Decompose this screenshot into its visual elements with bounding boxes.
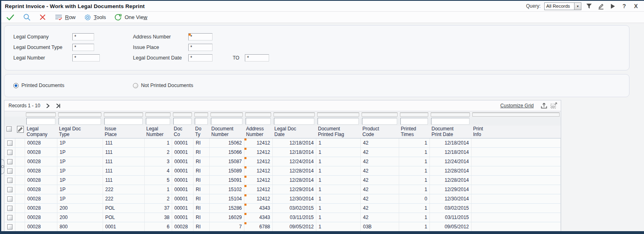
cell-address-number: 6788 [244,222,272,232]
column-sizer-row [4,111,561,117]
table-row[interactable]: 000281P111200001RI150661241212/18/201414… [4,148,561,157]
radio-label: Printed Documents [21,83,64,88]
column-header-legal-doc-type[interactable]: Legal DocType [57,126,103,138]
qbe-filter-address-number[interactable] [246,118,271,125]
qbe-filter-printed-times[interactable] [400,118,428,125]
column-header-doc-co[interactable]: DocCo [172,126,193,138]
column-header-legal-number[interactable]: LegalNumber [144,126,172,138]
edit-query-icon[interactable] [597,2,605,10]
row-label-header [15,126,25,138]
row-select-checkbox[interactable] [7,178,13,183]
qbe-filter-legal-company[interactable] [26,118,55,125]
cell-doc-co: 00001 [172,176,193,185]
one-view-button[interactable]: One View [114,14,147,21]
next-page-button[interactable] [45,103,51,108]
filter-icon[interactable] [585,2,593,10]
column-header-print-info[interactable]: PrintInfo [471,126,561,138]
row-select-checkbox[interactable] [7,224,13,230]
find-button[interactable] [23,13,31,21]
export-grid-button[interactable] [541,102,547,109]
page-title: Reprint Invoice - Work with Legal Docume… [5,3,145,9]
side-panel-handle[interactable] [1,159,4,174]
table-row[interactable]: 000281P111500001RI150911241212/28/201414… [4,176,561,185]
row-select-checkbox[interactable] [7,196,13,202]
column-header-label: Address [246,126,264,132]
close-button[interactable] [39,14,46,21]
table-row[interactable]: 00028200POL3700001RI15286434303/02/20151… [4,204,561,213]
column-header-legal-company[interactable]: LegalCompany [25,126,57,138]
field-input-legal-document-type[interactable] [72,44,94,51]
radio-input-printed[interactable] [13,83,19,88]
qbe-filter-do-ty[interactable] [195,118,208,125]
field-input-legal-company[interactable] [72,33,94,40]
radio-input-not-printed[interactable] [133,83,138,88]
column-header-document-printed-flag[interactable]: DocumentPrinted Flag [316,126,360,138]
cell-product-code: 42 [360,138,399,148]
select-all-checkbox[interactable] [6,126,12,132]
column-header-address-number[interactable]: AddressNumber [244,126,272,138]
run-query-icon[interactable] [608,2,617,10]
qbe-filter-doc-co[interactable] [173,118,192,125]
cell-print-info [471,194,561,204]
expand-grid-button[interactable] [550,102,558,109]
dropdown-arrow-icon[interactable]: ▼ [574,3,581,10]
column-header-legal-doc-date[interactable]: Legal DocDate [272,126,316,138]
cell-legal-number: 37 [144,204,172,213]
column-header-issue-place[interactable]: IssuePlace [103,126,144,138]
row-menu-button[interactable]: Row [55,14,76,21]
row-select-checkbox[interactable] [7,140,13,146]
field-label-legal-document-type: Legal Document Type [13,45,72,50]
column-header-label: Print Date [431,132,453,137]
cell-document-number: 15062 [209,138,244,148]
table-row[interactable]: 00028200POL3800001RI16029434303/11/20151… [4,213,561,222]
qbe-filter-document-printed-flag[interactable] [318,118,359,125]
qbe-filter-legal-doc-date[interactable] [274,118,314,125]
row-select-checkbox[interactable] [7,150,13,155]
help-icon[interactable]: ? [620,2,628,10]
select-button[interactable] [6,14,15,21]
query-label: Query: [526,3,541,9]
field-input-legal-number[interactable] [72,54,100,62]
qbe-filter-issue-place[interactable] [104,118,143,125]
close-icon [39,14,46,21]
row-select-checkbox[interactable] [7,187,13,192]
qbe-filter-document-print-date[interactable] [431,118,469,125]
qbe-filter-legal-doc-type[interactable] [59,118,101,125]
cell-address-number: 12412 [244,166,272,176]
table-row[interactable]: 000281P222200001RI151041241212/30/201414… [4,194,561,204]
qbe-cell [209,117,244,126]
row-icon-cell [15,176,25,185]
cell-issue-place: 222 [103,194,144,204]
last-page-button[interactable] [55,103,61,108]
table-row[interactable]: 000281P111400001RI150891241212/28/201414… [4,166,561,176]
column-header-do-ty[interactable]: DoTy [193,126,209,138]
cell-document-number: 15087 [209,157,244,166]
row-select-checkbox[interactable] [7,215,13,220]
qbe-filter-document-number[interactable] [211,118,242,125]
field-input-legal-document-date-to[interactable] [245,54,269,62]
row-select-checkbox[interactable] [7,168,13,174]
column-header-document-number[interactable]: DocumentNumber [209,126,244,138]
qbe-filter-legal-number[interactable] [146,118,170,125]
row-select-checkbox[interactable] [7,159,13,164]
query-select[interactable]: All Records ▼ [544,2,581,10]
qbe-filter-product-code[interactable] [362,118,397,125]
field-input-legal-document-date[interactable] [188,54,213,62]
table-row[interactable]: 000281P222100001RI151021241212/29/201414… [4,185,561,194]
field-input-address-number[interactable] [188,33,213,40]
cell-attention-marker [244,176,246,178]
radio-printed-documents[interactable]: Printed Documents [13,83,133,88]
table-row[interactable]: 000281P111300001RI150871241212/24/201414… [4,157,561,166]
cell-do-ty: RI [193,138,209,148]
customize-grid-link[interactable]: Customize Grid [500,103,534,108]
radio-not-printed-documents[interactable]: Not Printed Documents [133,83,193,88]
close-application-icon[interactable]: X [632,2,640,10]
column-header-product-code[interactable]: ProductCode [360,126,399,138]
column-header-document-print-date[interactable]: DocumentPrint Date [429,126,471,138]
column-header-printed-times[interactable]: PrintedTimes [399,126,429,138]
table-row[interactable]: 000281P111100001RI150621241212/18/201414… [4,138,561,148]
row-select-checkbox[interactable] [7,206,13,211]
table-row[interactable]: 000288000001600028RI7678809/05/2012103B1… [4,222,561,232]
field-input-issue-place[interactable] [188,44,213,51]
tools-menu-button[interactable]: Tools [84,14,106,21]
